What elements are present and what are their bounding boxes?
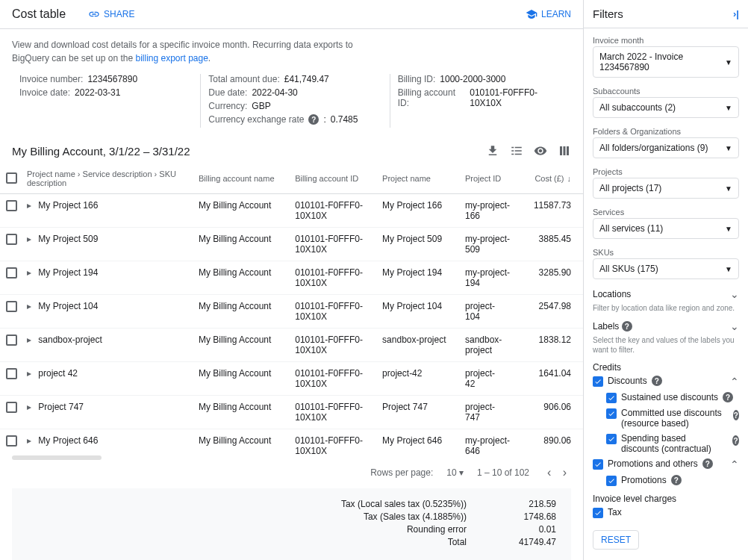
share-label: SHARE (104, 9, 134, 19)
total-due-label: Total amount due: (208, 74, 279, 84)
promo-others-checkbox[interactable] (593, 459, 603, 470)
projects-select[interactable]: All projects (17)▼ (593, 178, 739, 199)
help-icon[interactable]: ? (732, 435, 739, 446)
due-date-label: Due date: (208, 87, 247, 98)
next-page-icon[interactable]: › (558, 466, 571, 479)
select-all-checkbox[interactable] (6, 172, 17, 184)
expand-icon[interactable]: ▸ (27, 335, 36, 345)
help-icon[interactable]: ? (723, 392, 733, 402)
currency-label: Currency: (208, 101, 247, 111)
cell-billing-acct-id: 010101-F0FFF0-10X10X (290, 396, 378, 429)
tax-checkbox[interactable] (593, 508, 603, 518)
cell-billing-acct-id: 010101-F0FFF0-10X10X (290, 295, 378, 329)
cell-billing-acct-id: 010101-F0FFF0-10X10X (290, 228, 378, 261)
sustained-checkbox[interactable] (606, 393, 617, 403)
promotions-checkbox[interactable] (606, 476, 617, 486)
projects-label: Projects (593, 167, 739, 176)
invoice-charges-label: Invoice level charges (593, 494, 676, 504)
expand-icon[interactable]: ▸ (27, 368, 36, 379)
help-icon[interactable]: ? (622, 321, 632, 332)
columns-icon[interactable] (558, 144, 571, 158)
row-checkbox[interactable] (6, 200, 17, 211)
exch-rate: 0.7485 (331, 114, 358, 125)
expand-icon[interactable]: ▸ (27, 267, 36, 278)
prev-page-icon[interactable]: ‹ (543, 466, 555, 479)
chevron-up-icon[interactable]: ⌃ (730, 458, 739, 470)
tax-label: Tax (608, 507, 622, 517)
help-icon[interactable]: ? (308, 114, 319, 125)
billing-acct-label: Billing account ID: (398, 87, 466, 108)
services-select[interactable]: All services (11)▼ (593, 218, 739, 239)
cell-project-sku: My Project 166 (38, 200, 98, 211)
cell-cost: 906.06 (522, 396, 583, 429)
expand-icon[interactable]: ▸ (27, 301, 36, 311)
row-checkbox[interactable] (6, 267, 17, 279)
cell-billing-acct-name: My Billing Account (194, 228, 290, 261)
chevron-down-icon: ▼ (725, 184, 732, 193)
rows-per-page-select[interactable]: 10 ▾ (446, 467, 464, 478)
cell-cost: 2547.98 (522, 295, 583, 329)
row-checkbox[interactable] (6, 368, 17, 379)
help-icon[interactable]: ? (733, 410, 739, 420)
row-checkbox[interactable] (6, 402, 17, 413)
currency: GBP (252, 101, 270, 111)
table-row: ▸ My Project 166My Billing Account010101… (0, 194, 583, 228)
help-icon[interactable]: ? (652, 376, 662, 386)
billing-export-link[interactable]: billing export page (135, 53, 208, 63)
cell-project-sku: My Project 646 (38, 435, 98, 446)
cell-project-sku: My Project 104 (38, 301, 98, 311)
chevron-up-icon[interactable]: ⌃ (730, 376, 739, 388)
table-row: ▸ My Project 509My Billing Account010101… (0, 228, 583, 261)
cell-project-name: project-42 (378, 362, 461, 396)
folders-select[interactable]: All folders/organizations (9)▼ (593, 137, 739, 158)
row-checkbox[interactable] (6, 234, 17, 245)
chevron-down-icon[interactable]: ⌄ (730, 320, 739, 332)
chevron-down-icon: ▼ (725, 58, 732, 66)
col-cost[interactable]: Cost (£)↓ (522, 164, 583, 194)
page-range: 1 – 10 of 102 (477, 467, 529, 478)
discounts-label: Discounts (608, 376, 647, 386)
discounts-checkbox[interactable] (593, 376, 603, 387)
billing-acct-id: 010101-F0FFF0-10X10X (470, 87, 564, 108)
help-icon[interactable]: ? (671, 475, 682, 485)
skus-select[interactable]: All SKUs (175)▼ (593, 258, 739, 279)
expand-icon[interactable]: ▸ (27, 200, 36, 211)
chevron-down-icon[interactable]: ⌄ (730, 288, 739, 300)
share-button[interactable]: SHARE (88, 8, 134, 20)
col-billing-acct-id[interactable]: Billing account ID (290, 164, 378, 194)
cell-cost: 1641.04 (522, 362, 583, 396)
row-checkbox[interactable] (6, 435, 17, 447)
col-project-id[interactable]: Project ID (461, 164, 522, 194)
collapse-filters-icon[interactable]: ›| (733, 8, 739, 19)
col-project-name[interactable]: Project name (378, 164, 461, 194)
learn-button[interactable]: LEARN (526, 8, 571, 20)
expand-icon[interactable]: ▸ (27, 234, 36, 244)
spending-checkbox[interactable] (606, 434, 617, 444)
col-billing-acct-name[interactable]: Billing account name (194, 164, 290, 194)
row-checkbox[interactable] (6, 335, 17, 346)
expand-icon[interactable]: ▸ (27, 402, 36, 412)
invoice-number-label: Invoice number: (19, 74, 83, 84)
visibility-icon[interactable] (534, 144, 547, 158)
cell-project-name: My Project 194 (378, 261, 461, 295)
chevron-down-icon: ▼ (725, 104, 732, 112)
cell-cost: 1838.12 (522, 329, 583, 362)
group-icon[interactable] (510, 144, 523, 158)
reset-button[interactable]: RESET (593, 530, 639, 550)
chevron-down-icon: ▼ (725, 265, 732, 273)
grad-cap-icon (526, 8, 537, 20)
table-row: ▸ Project 747My Billing Account010101-F0… (0, 396, 583, 429)
col-project-sku[interactable]: Project name › Service description › SKU… (22, 164, 194, 194)
subaccounts-select[interactable]: All subaccounts (2)▼ (593, 97, 739, 118)
link-icon (88, 8, 100, 20)
expand-icon[interactable]: ▸ (27, 435, 36, 446)
row-checkbox[interactable] (6, 301, 17, 312)
sort-desc-icon: ↓ (567, 174, 572, 183)
committed-label: Committed use discounts (resource based) (621, 408, 724, 429)
cell-project-name: Project 747 (378, 396, 461, 429)
committed-checkbox[interactable] (606, 408, 617, 419)
chevron-down-icon: ▼ (725, 144, 732, 152)
download-icon[interactable] (486, 144, 499, 158)
help-icon[interactable]: ? (702, 458, 713, 469)
invoice-month-select[interactable]: March 2022 - Invoice 1234567890▼ (593, 46, 739, 78)
